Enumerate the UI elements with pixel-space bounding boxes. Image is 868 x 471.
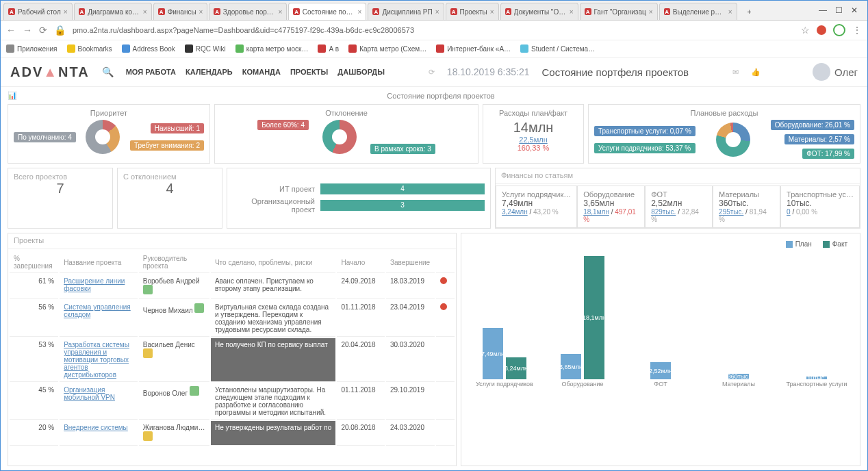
window-maximize-icon[interactable]: ☐ bbox=[835, 5, 843, 15]
table-header[interactable]: Начало bbox=[337, 252, 385, 273]
plan-bar[interactable]: 360тыс. bbox=[728, 374, 749, 379]
browser-tab[interactable]: AГант "Организац× bbox=[580, 3, 658, 20]
extension-icon[interactable] bbox=[833, 24, 845, 36]
finance-tile[interactable]: Материалы360тыс.295тыс. / 81,94 % bbox=[713, 186, 780, 228]
table-row[interactable]: 20 %Внедрение системыЖиганова Людми… Не … bbox=[10, 421, 455, 446]
tab-close-icon[interactable]: × bbox=[490, 8, 494, 16]
priority-tag-attention[interactable]: Требует внимания: 2 bbox=[130, 140, 204, 151]
plan-bar[interactable]: 10тыс. bbox=[806, 377, 827, 379]
plan-bar[interactable]: 2,52млн bbox=[650, 362, 671, 379]
nav-item[interactable]: КАЛЕНДАРЬ bbox=[186, 68, 233, 76]
browser-tab[interactable]: AРабочий стол× bbox=[3, 3, 73, 20]
finance-tile[interactable]: Услуги подрядчик…7,49млн3,24млн / 43,20 … bbox=[496, 186, 577, 228]
tab-close-icon[interactable]: × bbox=[279, 8, 283, 16]
bookmark-item[interactable]: Address Book bbox=[122, 44, 175, 53]
browser-tab[interactable]: AВыделение ресур× bbox=[659, 3, 737, 20]
forward-icon[interactable]: → bbox=[23, 25, 32, 36]
plan-bar[interactable]: 3,65млн bbox=[561, 354, 581, 379]
user-menu[interactable]: Олег bbox=[813, 63, 858, 81]
expenses-plan[interactable]: 22,5млн bbox=[519, 136, 547, 144]
tab-close-icon[interactable]: × bbox=[199, 8, 203, 16]
tab-close-icon[interactable]: × bbox=[728, 8, 732, 16]
ptype-bar[interactable]: 4 bbox=[320, 183, 485, 194]
window-minimize-icon[interactable]: — bbox=[819, 5, 827, 15]
project-link[interactable]: Расширение линии фасовки bbox=[64, 277, 125, 292]
table-header[interactable]: Что сделано, проблемы, риски bbox=[211, 252, 335, 273]
nav-item[interactable]: КОМАНДА bbox=[242, 68, 281, 76]
browser-tab[interactable]: AДокументы "Орган× bbox=[500, 3, 578, 20]
nav-item[interactable]: ДАШБОРДЫ bbox=[337, 68, 385, 76]
bookmark-item[interactable]: RQC Wiki bbox=[185, 44, 226, 53]
nav-item[interactable]: МОЯ РАБОТА bbox=[126, 68, 176, 76]
panel-finance-articles: Финансы по статьям Услуги подрядчик…7,49… bbox=[495, 168, 860, 229]
tab-close-icon[interactable]: × bbox=[64, 8, 68, 16]
table-row[interactable]: 61 %Расширение линии фасовкиВоробьев Анд… bbox=[10, 275, 455, 299]
planned-tag-materials[interactable]: Материалы: 2,57 % bbox=[784, 134, 854, 144]
bookmark-item[interactable]: Интернет-банк «А… bbox=[436, 44, 511, 53]
priority-tag-highest[interactable]: Наивысший: 1 bbox=[151, 123, 204, 133]
mail-icon[interactable]: ✉ bbox=[732, 68, 739, 77]
tab-close-icon[interactable]: × bbox=[143, 8, 147, 16]
table-header[interactable]: Руководитель проекта bbox=[139, 252, 209, 273]
planned-tag-equipment[interactable]: Оборудование: 26,01 % bbox=[771, 120, 854, 130]
project-link[interactable]: Внедрение системы bbox=[64, 424, 128, 431]
bookmark-item[interactable]: А в bbox=[318, 44, 339, 53]
browser-tab[interactable]: AСостояние портф× bbox=[288, 3, 366, 20]
tab-close-icon[interactable]: × bbox=[435, 8, 439, 16]
fact-bar[interactable]: 18,1млн bbox=[584, 256, 604, 379]
logo: ADV▲NTA bbox=[10, 64, 90, 80]
table-row[interactable]: 45 %Организация мобильной VPNВоронов Оле… bbox=[10, 383, 455, 420]
refresh-status-icon[interactable]: ⟳ bbox=[429, 68, 435, 77]
table-row[interactable]: 56 %Система управления складомЧернов Мих… bbox=[10, 301, 455, 337]
reload-icon[interactable]: ⟳ bbox=[39, 25, 47, 36]
planned-tag-fot[interactable]: ФОТ: 17,99 % bbox=[802, 149, 854, 159]
profile-dot-icon[interactable] bbox=[817, 25, 826, 35]
table-header[interactable]: % завершения bbox=[10, 252, 58, 273]
bookmark-item[interactable]: Student / Система… bbox=[520, 44, 595, 53]
chart-category-label: Транспортные услуги bbox=[786, 381, 847, 387]
priority-tag-default[interactable]: По умолчанию: 4 bbox=[14, 132, 76, 142]
ptype-label: ИТ проект bbox=[233, 185, 315, 193]
search-icon[interactable]: 🔍 bbox=[102, 66, 114, 77]
planned-tag-transport[interactable]: Транспортные услуги: 0,07 % bbox=[594, 126, 695, 136]
tab-close-icon[interactable]: × bbox=[358, 8, 362, 16]
window-close-icon[interactable]: ✕ bbox=[851, 5, 858, 15]
bookmark-item[interactable]: карта метро моск… bbox=[235, 44, 309, 53]
bookmark-item[interactable]: Bookmarks bbox=[67, 44, 112, 53]
ptype-bar[interactable]: 3 bbox=[320, 200, 485, 211]
tab-close-icon[interactable]: × bbox=[570, 8, 574, 16]
deviation-tag-ontime[interactable]: В рамках срока: 3 bbox=[370, 144, 435, 154]
projects-table: % завершенияНазвание проектаРуководитель… bbox=[8, 251, 456, 447]
browser-tab[interactable]: AФинансы× bbox=[153, 3, 208, 20]
browser-tab[interactable]: AДисциплина РП× bbox=[368, 3, 444, 20]
plan-bar[interactable]: 7,49млн bbox=[483, 328, 503, 379]
project-link[interactable]: Система управления складом bbox=[64, 303, 131, 318]
browser-address-bar: ← → ⟳ 🔒 pmo.a2nta.ru/dashboard.aspx?page… bbox=[1, 21, 867, 40]
browser-tab[interactable]: AДиаграмма контр× bbox=[74, 3, 152, 20]
new-tab-button[interactable]: + bbox=[739, 3, 761, 20]
finance-tile[interactable]: ФОТ2,52млн829тыс. / 32,84 % bbox=[645, 186, 713, 228]
deviation-donut bbox=[322, 120, 357, 154]
table-header[interactable]: Завершение bbox=[386, 252, 435, 273]
table-row[interactable]: 53 %Разработка системы управления и моти… bbox=[10, 338, 455, 382]
tab-close-icon[interactable]: × bbox=[649, 8, 653, 16]
finance-tile[interactable]: Оборудование3,65млн18,1млн / 497,01 % bbox=[577, 186, 645, 228]
nav-item[interactable]: ПРОЕКТЫ bbox=[290, 68, 328, 76]
project-link[interactable]: Организация мобильной VPN bbox=[64, 386, 115, 401]
like-icon[interactable]: 👍 bbox=[751, 68, 761, 77]
bookmark-item[interactable]: Карта метро (Схем… bbox=[348, 44, 426, 53]
table-header[interactable]: Название проекта bbox=[60, 252, 138, 273]
menu-icon[interactable]: ⋮ bbox=[852, 25, 862, 36]
finance-tile[interactable]: Транспортные ус…10тыс.0 / 0,00 % bbox=[780, 186, 860, 228]
url-field[interactable]: pmo.a2nta.ru/dashboard.aspx?pageName=Das… bbox=[73, 26, 794, 34]
apps-button[interactable]: Приложения bbox=[6, 44, 58, 53]
fact-bar[interactable]: 3,24млн bbox=[506, 357, 526, 379]
planned-tag-contractors[interactable]: Услуги подрядчиков: 53,37 % bbox=[594, 143, 695, 153]
browser-tab[interactable]: AПроекты× bbox=[446, 3, 499, 20]
back-icon[interactable]: ← bbox=[6, 25, 16, 36]
browser-tab[interactable]: AЗдоровье портфе× bbox=[209, 3, 287, 20]
deviation-tag-over60[interactable]: Более 60%: 4 bbox=[257, 120, 309, 130]
project-link[interactable]: Разработка системы управления и мотиваци… bbox=[64, 341, 129, 379]
chart-icon[interactable]: 📊 bbox=[8, 91, 17, 100]
star-icon[interactable]: ☆ bbox=[801, 25, 810, 36]
